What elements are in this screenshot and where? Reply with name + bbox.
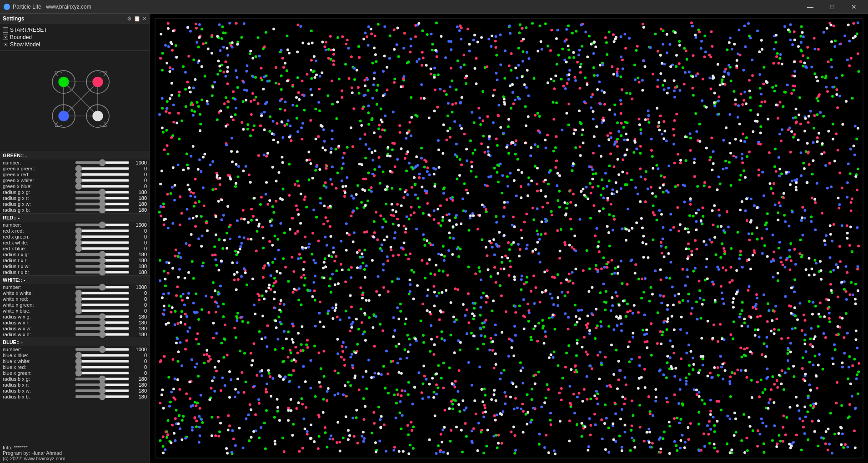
param-label: radius w x r: (3, 320, 75, 325)
param-slider[interactable] (75, 389, 130, 392)
white-number-slider[interactable] (75, 286, 130, 289)
param-label: radius b x w: (3, 388, 75, 393)
settings-controls: ⚙ 📋 ✕ (127, 15, 147, 22)
param-slider[interactable] (75, 247, 130, 250)
param-slider[interactable] (75, 167, 130, 170)
param-slider[interactable] (75, 366, 130, 368)
white-section-header: WHITE:: - (0, 276, 150, 284)
bounded-label: Bounded (10, 34, 32, 40)
param-value: 180 (130, 320, 147, 325)
param-slider[interactable] (75, 229, 130, 232)
param-value: 180 (130, 201, 147, 207)
param-slider[interactable] (75, 197, 130, 199)
param-slider[interactable] (75, 354, 130, 357)
copyright-label: (c) 2022: www.brainxyz.com (3, 456, 147, 461)
green-number-label: number: (3, 160, 75, 165)
green-number-value: 1000 (130, 160, 147, 165)
param-value: 0 (130, 234, 147, 239)
param-value: 180 (130, 382, 147, 388)
param-slider[interactable] (75, 292, 130, 294)
start-reset-checkbox[interactable] (3, 27, 8, 33)
right-area (150, 14, 868, 463)
param-value: 180 (130, 332, 147, 337)
controls-area: START/RESET Bounded Show Model (0, 24, 150, 51)
red-number-label: number: (3, 222, 75, 228)
param-value: 180 (130, 388, 147, 393)
param-slider[interactable] (75, 327, 130, 330)
bounded-checkbox[interactable] (3, 35, 8, 40)
start-reset-label[interactable]: START/RESET (10, 27, 47, 33)
param-value: 180 (130, 252, 147, 257)
param-label: radius r x r: (3, 258, 75, 263)
green-section-header: GREEN:: - (0, 151, 150, 159)
param-label: blue x red: (3, 364, 75, 370)
simulation-canvas (155, 18, 863, 458)
settings-copy-icon[interactable]: 📋 (134, 15, 140, 22)
param-slider[interactable] (75, 253, 130, 256)
green-number-slider[interactable] (75, 161, 130, 164)
param-label: white x green: (3, 302, 75, 308)
param-value: 0 (130, 178, 147, 183)
param-slider[interactable] (75, 179, 130, 182)
param-label: radius g x g: (3, 189, 75, 195)
param-value: 0 (130, 308, 147, 314)
param-slider[interactable] (75, 271, 130, 274)
param-slider[interactable] (75, 315, 130, 318)
param-value: 180 (130, 195, 147, 201)
param-value: 0 (130, 246, 147, 251)
param-slider[interactable] (75, 241, 130, 244)
param-label: radius b x b: (3, 394, 75, 399)
param-slider[interactable] (75, 191, 130, 194)
param-slider[interactable] (75, 298, 130, 300)
param-value: 180 (130, 264, 147, 269)
red-section: RED:: - number: 1000 red x red:0red x gr… (0, 214, 150, 276)
param-value: 0 (130, 370, 147, 376)
param-label: red x white: (3, 240, 75, 245)
settings-close-icon[interactable]: ✕ (142, 15, 147, 22)
minimize-button[interactable]: — (800, 0, 821, 14)
param-label: red x green: (3, 234, 75, 239)
param-slider[interactable] (75, 209, 130, 211)
param-slider[interactable] (75, 333, 130, 336)
param-value: 0 (130, 353, 147, 358)
maximize-button[interactable]: □ (822, 0, 843, 14)
param-slider[interactable] (75, 360, 130, 363)
param-value: 0 (130, 296, 147, 302)
param-slider[interactable] (75, 235, 130, 238)
param-value: 0 (130, 184, 147, 189)
param-value: 180 (130, 189, 147, 195)
close-button[interactable]: ✕ (843, 0, 864, 14)
param-label: radius r x w: (3, 264, 75, 269)
settings-gear-icon[interactable]: ⚙ (127, 15, 132, 22)
param-value: 180 (130, 258, 147, 263)
red-section-header: RED:: - (0, 214, 150, 222)
param-label: red x blue: (3, 246, 75, 251)
param-slider[interactable] (75, 378, 130, 380)
param-label: radius g x w: (3, 201, 75, 207)
titlebar-controls: — □ ✕ (800, 0, 864, 14)
param-slider[interactable] (75, 203, 130, 205)
param-value: 180 (130, 394, 147, 399)
param-slider[interactable] (75, 309, 130, 312)
param-slider[interactable] (75, 321, 130, 324)
param-label: radius r x b: (3, 269, 75, 275)
titlebar: Particle Life - www.brainxyz.com — □ ✕ (0, 0, 868, 14)
red-number-slider[interactable] (75, 224, 130, 226)
show-model-checkbox[interactable] (3, 42, 8, 47)
param-row: radius b x b:180 (0, 394, 150, 399)
param-slider[interactable] (75, 304, 130, 306)
param-value: 0 (130, 290, 147, 296)
param-slider[interactable] (75, 383, 130, 386)
white-rows-container: white x white:0white x red:0white x gree… (0, 290, 150, 337)
param-slider[interactable] (75, 395, 130, 398)
main-content: Settings ⚙ 📋 ✕ START/RESET Bounded Show … (0, 14, 868, 463)
param-slider[interactable] (75, 372, 130, 374)
blue-number-slider[interactable] (75, 348, 130, 351)
param-slider[interactable] (75, 259, 130, 262)
param-slider[interactable] (75, 185, 130, 188)
param-row: radius g x b:180 (0, 207, 150, 213)
white-section: WHITE:: - number: 1000 white x white:0wh… (0, 276, 150, 338)
param-slider[interactable] (75, 265, 130, 268)
left-panel: Settings ⚙ 📋 ✕ START/RESET Bounded Show … (0, 14, 150, 463)
param-slider[interactable] (75, 173, 130, 176)
